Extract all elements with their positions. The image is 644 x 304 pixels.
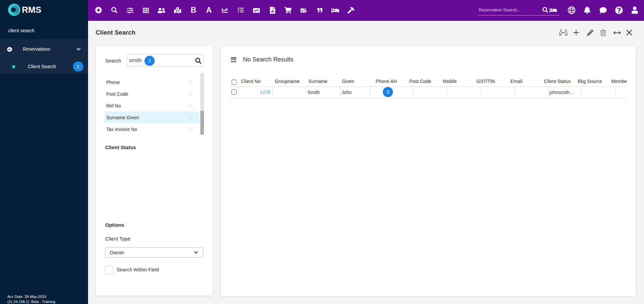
svg-text:$: $ (301, 9, 304, 12)
svg-text:$: $ (254, 9, 256, 12)
